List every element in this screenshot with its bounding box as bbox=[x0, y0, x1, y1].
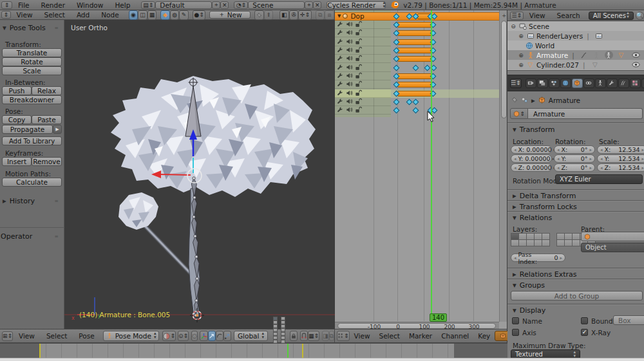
dope-menu-key[interactable]: Key bbox=[473, 332, 495, 340]
parent-type-select[interactable]: Object bbox=[581, 243, 644, 252]
bounds-type-select[interactable]: Box bbox=[613, 315, 644, 325]
node-menu-node[interactable]: Node bbox=[95, 11, 124, 19]
rotation-y-field[interactable]: ◂Y:0°▸ bbox=[554, 154, 595, 163]
scale-x-field[interactable]: ◂X:12.534▸ bbox=[597, 145, 644, 154]
manipulator-scale-button[interactable] bbox=[223, 331, 231, 341]
scene-lock-icon[interactable] bbox=[290, 331, 298, 341]
pivot-point-select[interactable]: ⊙⇕ bbox=[178, 331, 189, 341]
manipulator-translate-button[interactable] bbox=[208, 331, 216, 341]
snap-mode-icon[interactable]: ✛⇕ bbox=[298, 10, 311, 20]
layout-delete-button[interactable]: ✕ bbox=[220, 1, 229, 9]
display-panel-header[interactable]: ▼Display bbox=[513, 306, 545, 315]
add-to-group-button[interactable]: Add to Group bbox=[511, 291, 643, 301]
relations-extras-panel-header[interactable]: ▶Relations Extras bbox=[513, 270, 577, 279]
slot-linestyle-icon[interactable]: ✎ bbox=[179, 10, 189, 20]
axis-checkbox[interactable] bbox=[512, 329, 519, 336]
tab-scene-icon[interactable] bbox=[549, 79, 560, 88]
location-z-field[interactable]: ◂Z:0.00000▸ bbox=[511, 163, 552, 172]
dope-v-scrollbar[interactable]: ＋ bbox=[499, 10, 507, 322]
speaker-icon[interactable] bbox=[346, 38, 353, 45]
rotate-button[interactable]: Rotate bbox=[2, 57, 62, 66]
rotation-mode-select[interactable]: XYZ Euler bbox=[555, 174, 643, 184]
mode-select[interactable]: Pose Mode▴▾ bbox=[103, 331, 160, 341]
tab-physics-icon[interactable] bbox=[630, 79, 641, 88]
history-panel-header[interactable]: ▶History≡ bbox=[3, 197, 62, 205]
pin-icon[interactable] bbox=[511, 97, 518, 104]
outliner-scope-select[interactable]: All Scenes▴▾ bbox=[589, 12, 634, 20]
wrench-icon[interactable] bbox=[337, 55, 344, 62]
scene-browse-icon[interactable]: ◔⇕ bbox=[234, 1, 248, 9]
lock-icon[interactable] bbox=[355, 89, 362, 97]
menu-file[interactable]: File bbox=[12, 1, 35, 9]
remove-keyframe-button[interactable]: Remove bbox=[32, 157, 62, 166]
playhead-line[interactable] bbox=[431, 10, 432, 313]
scene-delete-button[interactable]: ✕ bbox=[313, 1, 321, 9]
lock-icon[interactable] bbox=[355, 72, 362, 79]
tab-data-armature-icon[interactable] bbox=[595, 79, 606, 88]
outliner-row-renderlayers[interactable]: ⊕ RenderLayers | bbox=[507, 31, 644, 41]
lock-icon[interactable] bbox=[355, 98, 362, 105]
object-layers-grid-1[interactable] bbox=[511, 233, 549, 246]
view3d-editor-type-selector[interactable]: ⊞⇕ bbox=[2, 331, 13, 341]
rotation-z-field[interactable]: ◂Z:0°▸ bbox=[554, 163, 595, 172]
parent-field[interactable] bbox=[581, 232, 644, 241]
wrench-icon[interactable] bbox=[337, 64, 344, 71]
wrench-icon[interactable] bbox=[337, 89, 344, 97]
paste-node-icon[interactable]: ⧈ bbox=[325, 10, 334, 20]
add-panel-plus-icon[interactable]: ＋ bbox=[500, 12, 507, 19]
speaker-icon[interactable] bbox=[346, 29, 353, 36]
dope-menu-channel[interactable]: Channel bbox=[437, 332, 473, 340]
speaker-icon[interactable] bbox=[346, 89, 353, 97]
lock-icon[interactable] bbox=[355, 55, 362, 62]
propagate-button[interactable]: Propagate bbox=[2, 125, 53, 134]
speaker-icon[interactable] bbox=[346, 64, 353, 71]
speaker-icon[interactable] bbox=[346, 55, 353, 62]
transform-orientation-select[interactable]: Global▴▾ bbox=[234, 331, 268, 341]
link-icon[interactable]: ✇ bbox=[289, 10, 299, 20]
manipulator-rotate-button[interactable] bbox=[216, 331, 223, 341]
wrench-icon[interactable] bbox=[337, 98, 344, 105]
node-editor-type-selector[interactable]: ⇕ bbox=[1, 11, 11, 19]
tab-object-icon[interactable] bbox=[572, 79, 583, 88]
tab-world-icon[interactable] bbox=[560, 79, 571, 88]
copy-pose-button[interactable]: Copy bbox=[2, 115, 32, 124]
tab-tool-icon[interactable] bbox=[641, 79, 644, 88]
tab-modifiers-icon[interactable] bbox=[607, 79, 618, 88]
tab-render-layers-icon[interactable] bbox=[537, 79, 548, 88]
lock-icon[interactable] bbox=[355, 29, 362, 36]
speaker-icon[interactable] bbox=[346, 72, 353, 79]
xray-checkbox[interactable]: ✓ bbox=[581, 329, 588, 336]
render-result-icon[interactable]: ◧ bbox=[279, 10, 289, 20]
node-menu-select[interactable]: Select bbox=[38, 11, 70, 19]
slot-object-cube-icon[interactable]: ◆ bbox=[160, 10, 170, 20]
menu-render[interactable]: Render bbox=[35, 1, 71, 9]
render-opengl-anim-icon[interactable]: ⧉ bbox=[329, 331, 334, 341]
wrench-icon[interactable] bbox=[337, 80, 344, 88]
menu-window[interactable]: Window bbox=[71, 1, 109, 9]
dope-h-scroll-handle[interactable]: -1000100200300 bbox=[337, 323, 496, 329]
delta-transform-panel-header[interactable]: ▶Delta Transform bbox=[513, 192, 576, 200]
location-x-field[interactable]: ◂X:0.00000▸ bbox=[511, 145, 552, 154]
render-opengl-still-icon[interactable]: ◨ bbox=[322, 331, 329, 341]
expand-icon[interactable]: ⊕ bbox=[518, 52, 524, 59]
visibility-eye-icon[interactable] bbox=[632, 61, 640, 69]
node-menu-view[interactable]: View bbox=[11, 11, 39, 19]
new-material-button[interactable]: ＋ New bbox=[209, 11, 251, 19]
dope-menu-view[interactable]: View bbox=[350, 332, 375, 340]
tab-render-icon[interactable] bbox=[526, 79, 536, 88]
speaker-icon[interactable] bbox=[346, 98, 353, 105]
rotation-x-field[interactable]: ◂X:0°▸ bbox=[554, 145, 595, 154]
outliner-menu-view[interactable]: View bbox=[524, 12, 551, 19]
material-sphere-icon[interactable]: ●⇕ bbox=[193, 10, 205, 20]
timeline-strip[interactable] bbox=[0, 343, 507, 358]
outliner-editor-type-selector[interactable]: ☰⇕ bbox=[510, 12, 524, 20]
dope-editor-type-selector[interactable]: ⇕ bbox=[337, 331, 350, 341]
shader-type-material-icon[interactable]: ◉ bbox=[129, 10, 138, 20]
relations-panel-header[interactable]: ▼Relations bbox=[513, 214, 552, 222]
dope-v-scroll-handle[interactable] bbox=[501, 21, 507, 118]
layout-add-button[interactable]: ＋ bbox=[212, 1, 220, 9]
calculate-button[interactable]: Calculate bbox=[2, 178, 62, 187]
dope-menu-marker[interactable]: Marker bbox=[404, 332, 437, 340]
manipulator-toggle[interactable]: ◌ bbox=[191, 331, 198, 341]
paste-pose-button[interactable]: Paste bbox=[32, 115, 62, 124]
